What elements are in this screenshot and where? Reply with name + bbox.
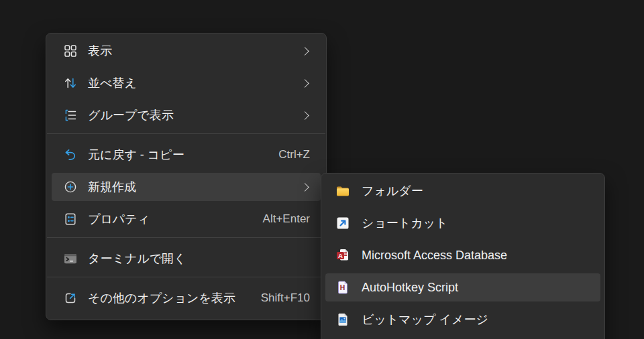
bitmap-image-icon [335, 312, 350, 327]
menu-item-sort-by[interactable]: 並べ替え [52, 69, 321, 97]
menu-item-properties[interactable]: プロパティ Alt+Enter [52, 205, 321, 233]
more-options-icon [64, 291, 77, 305]
shortcut-icon [335, 216, 350, 230]
menu-item-shortcut: Ctrl+Z [278, 148, 310, 161]
menu-separator [47, 237, 325, 238]
menu-item-shortcut: Shift+F10 [261, 291, 310, 305]
menu-item-label: グループで表示 [88, 107, 174, 123]
submenu-item-bitmap-image[interactable]: ビットマップ イメージ [325, 306, 600, 334]
folder-icon [335, 184, 350, 198]
chevron-right-icon [301, 183, 309, 192]
submenu-item-folder[interactable]: フォルダー [325, 177, 600, 205]
menu-item-label: 表示 [88, 43, 112, 59]
menu-item-view[interactable]: 表示 [52, 37, 321, 65]
menu-item-label: 新規作成 [88, 179, 136, 195]
menu-item-label: 元に戻す - コピー [88, 147, 184, 163]
chevron-right-icon [301, 47, 309, 56]
submenu-item-label: フォルダー [362, 183, 423, 199]
group-by-icon [64, 109, 77, 122]
access-database-icon: A [335, 248, 350, 263]
menu-item-label: その他のオプションを表示 [88, 290, 235, 306]
menu-item-undo-copy[interactable]: 元に戻す - コピー Ctrl+Z [52, 141, 321, 169]
svg-text:A: A [338, 252, 343, 259]
menu-item-label: ターミナルで開く [88, 251, 186, 267]
chevron-right-icon [301, 79, 309, 88]
menu-item-show-more-options[interactable]: その他のオプションを表示 Shift+F10 [52, 284, 321, 312]
properties-icon [64, 212, 77, 226]
menu-separator [47, 133, 325, 134]
new-submenu: フォルダー ショートカット A Microsoft Access Databas… [321, 173, 605, 339]
menu-item-shortcut: Alt+Enter [263, 212, 310, 226]
submenu-item-label: ショートカット [362, 215, 448, 231]
submenu-item-shortcut[interactable]: ショートカット [325, 209, 600, 237]
chevron-right-icon [301, 111, 309, 120]
sort-icon [64, 76, 77, 90]
submenu-item-label: Microsoft Access Database [362, 249, 507, 263]
svg-text:H: H [340, 284, 345, 291]
context-menu: 表示 並べ替え グループで表示 [46, 33, 327, 320]
terminal-icon [64, 252, 77, 265]
submenu-item-autohotkey-script[interactable]: H AutoHotkey Script [325, 273, 600, 301]
menu-item-label: プロパティ [88, 211, 150, 227]
menu-item-new[interactable]: 新規作成 [52, 173, 321, 201]
submenu-item-label: ビットマップ イメージ [362, 312, 488, 328]
menu-item-label: 並べ替え [88, 75, 137, 91]
new-plus-icon [64, 180, 77, 194]
menu-item-group-by[interactable]: グループで表示 [52, 101, 321, 129]
desktop-background[interactable]: { "colors": { "desktop_bg": "#1a1a1a", "… [0, 0, 644, 339]
submenu-item-access-database[interactable]: A Microsoft Access Database [325, 241, 600, 269]
menu-item-open-in-terminal[interactable]: ターミナルで開く [52, 245, 321, 273]
menu-separator [47, 277, 325, 277]
undo-icon [64, 148, 77, 161]
view-grid-icon [64, 44, 77, 58]
autohotkey-icon: H [335, 280, 350, 295]
submenu-item-label: AutoHotkey Script [362, 281, 458, 295]
